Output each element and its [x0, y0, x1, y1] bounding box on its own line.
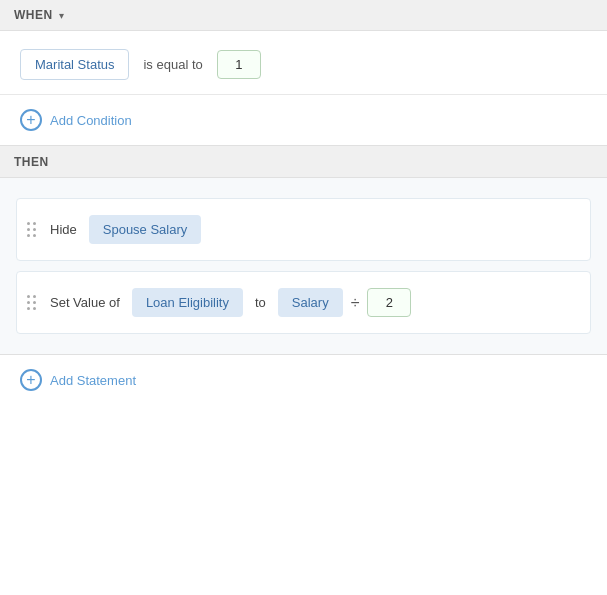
add-statement-row: + Add Statement — [0, 354, 607, 405]
drag-dot — [27, 228, 30, 231]
formula-group: Salary ÷ 2 — [278, 288, 412, 317]
marital-status-button[interactable]: Marital Status — [20, 49, 129, 80]
then-label: THEN — [14, 155, 49, 169]
statement-body-1: Hide Spouse Salary — [50, 215, 574, 244]
then-content: Hide Spouse Salary Set Value of Loan Eli… — [0, 178, 607, 354]
to-text: to — [255, 295, 266, 310]
drag-dot — [33, 301, 36, 304]
then-header: THEN — [0, 146, 607, 178]
drag-dot — [33, 222, 36, 225]
formula-value[interactable]: 2 — [367, 288, 411, 317]
divide-operator-icon: ÷ — [351, 294, 360, 312]
drag-dot — [33, 234, 36, 237]
drag-handle-1[interactable] — [27, 222, 36, 237]
drag-dot — [33, 307, 36, 310]
add-condition-plus-icon[interactable]: + — [20, 109, 42, 131]
drag-handle-2[interactable] — [27, 295, 36, 310]
drag-dot — [27, 222, 30, 225]
when-content: Marital Status is equal to 1 — [0, 31, 607, 95]
statement-card-2: Set Value of Loan Eligibility to Salary … — [16, 271, 591, 334]
statement-card-1: Hide Spouse Salary — [16, 198, 591, 261]
salary-formula-button[interactable]: Salary — [278, 288, 343, 317]
when-label: WHEN — [14, 8, 53, 22]
add-statement-label[interactable]: Add Statement — [50, 373, 136, 388]
condition-value[interactable]: 1 — [217, 50, 261, 79]
when-chevron-icon[interactable]: ▾ — [59, 10, 64, 21]
drag-dot — [33, 228, 36, 231]
hide-action-text: Hide — [50, 222, 77, 237]
add-statement-plus-icon[interactable]: + — [20, 369, 42, 391]
when-header: WHEN ▾ — [0, 0, 607, 31]
set-value-action-text: Set Value of — [50, 295, 120, 310]
condition-row: Marital Status is equal to 1 — [20, 49, 587, 80]
drag-dot — [27, 307, 30, 310]
spouse-salary-button[interactable]: Spouse Salary — [89, 215, 202, 244]
drag-dot — [27, 295, 30, 298]
loan-eligibility-button[interactable]: Loan Eligibility — [132, 288, 243, 317]
drag-dot — [27, 301, 30, 304]
drag-dot — [33, 295, 36, 298]
add-condition-label[interactable]: Add Condition — [50, 113, 132, 128]
operator-text: is equal to — [143, 57, 202, 72]
drag-dot — [27, 234, 30, 237]
statement-body-2: Set Value of Loan Eligibility to Salary … — [50, 288, 574, 317]
add-condition-row: + Add Condition — [0, 95, 607, 146]
